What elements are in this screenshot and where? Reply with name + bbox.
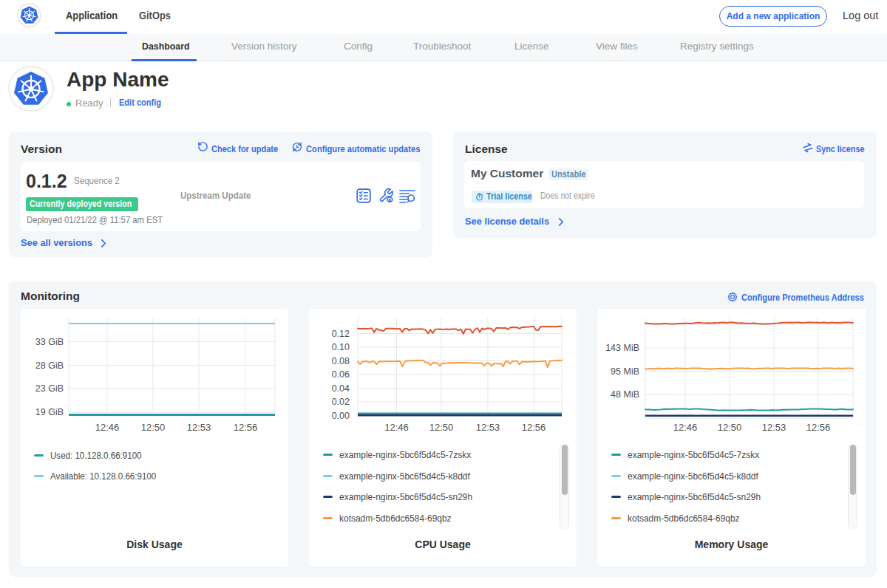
svg-text:95 MiB: 95 MiB <box>611 366 639 377</box>
svg-text:19 GiB: 19 GiB <box>35 407 64 417</box>
svg-text:12:53: 12:53 <box>476 422 500 433</box>
svg-text:12:50: 12:50 <box>429 422 454 433</box>
svg-text:48 MiB: 48 MiB <box>611 389 639 400</box>
svg-text:0.02: 0.02 <box>332 397 350 407</box>
svg-text:12:46: 12:46 <box>95 422 120 433</box>
svg-text:143 MiB: 143 MiB <box>605 343 639 353</box>
svg-text:12:53: 12:53 <box>762 422 786 433</box>
svg-text:12:46: 12:46 <box>384 422 409 433</box>
svg-text:12:56: 12:56 <box>234 422 258 433</box>
svg-text:12:53: 12:53 <box>187 422 211 433</box>
svg-text:0.10: 0.10 <box>332 342 350 352</box>
svg-text:0.06: 0.06 <box>332 369 350 380</box>
svg-text:33 GiB: 33 GiB <box>35 337 64 347</box>
svg-text:0.08: 0.08 <box>332 356 350 366</box>
svg-text:23 GiB: 23 GiB <box>35 383 64 394</box>
svg-text:28 GiB: 28 GiB <box>35 360 64 371</box>
svg-text:12:56: 12:56 <box>522 422 546 433</box>
svg-text:0.00: 0.00 <box>332 411 350 421</box>
svg-text:12:50: 12:50 <box>718 422 742 433</box>
svg-text:12:50: 12:50 <box>141 422 166 433</box>
svg-text:12:46: 12:46 <box>673 422 698 433</box>
svg-text:12:56: 12:56 <box>806 422 831 433</box>
svg-text:0.04: 0.04 <box>332 383 350 394</box>
svg-text:0.12: 0.12 <box>332 329 350 339</box>
